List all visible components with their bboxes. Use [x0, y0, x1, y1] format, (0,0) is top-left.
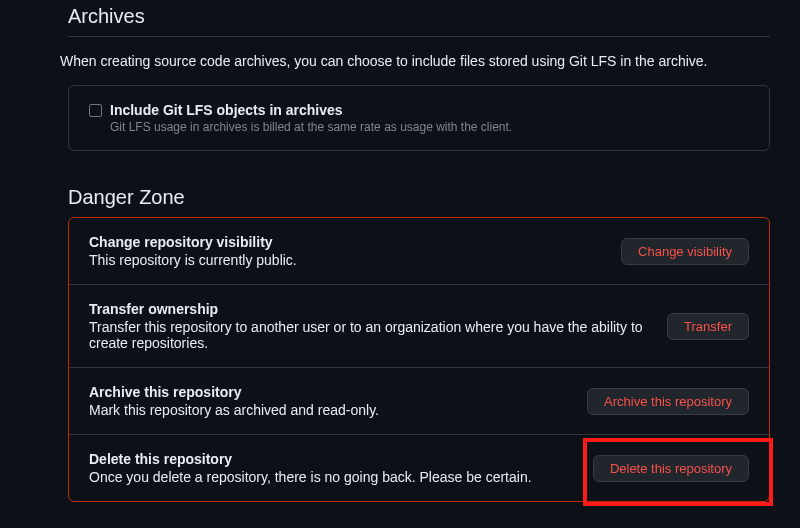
row-title: Archive this repository	[89, 384, 567, 400]
archives-description: When creating source code archives, you …	[60, 53, 770, 69]
row-text: Delete this repository Once you delete a…	[89, 451, 593, 485]
row-text: Transfer ownership Transfer this reposit…	[89, 301, 667, 351]
transfer-ownership-row: Transfer ownership Transfer this reposit…	[69, 285, 769, 368]
lfs-checkbox-desc: Git LFS usage in archives is billed at t…	[110, 120, 749, 134]
row-title: Change repository visibility	[89, 234, 601, 250]
archive-repo-button[interactable]: Archive this repository	[587, 388, 749, 415]
row-title: Delete this repository	[89, 451, 573, 467]
row-desc: Mark this repository as archived and rea…	[89, 402, 567, 418]
delete-repo-button[interactable]: Delete this repository	[593, 455, 749, 482]
danger-zone-box: Change repository visibility This reposi…	[68, 217, 770, 502]
delete-repo-row: Delete this repository Once you delete a…	[69, 435, 769, 501]
danger-zone-section: Danger Zone Change repository visibility…	[30, 181, 770, 502]
transfer-button[interactable]: Transfer	[667, 313, 749, 340]
row-desc: This repository is currently public.	[89, 252, 601, 268]
row-desc: Transfer this repository to another user…	[89, 319, 647, 351]
lfs-checkbox-row: Include Git LFS objects in archives	[89, 102, 749, 118]
row-title: Transfer ownership	[89, 301, 647, 317]
archive-repo-row: Archive this repository Mark this reposi…	[69, 368, 769, 435]
change-visibility-button[interactable]: Change visibility	[621, 238, 749, 265]
row-desc: Once you delete a repository, there is n…	[89, 469, 573, 485]
archives-section: Archives When creating source code archi…	[30, 0, 770, 151]
row-text: Change repository visibility This reposi…	[89, 234, 621, 268]
change-visibility-row: Change repository visibility This reposi…	[69, 218, 769, 285]
lfs-checkbox-label: Include Git LFS objects in archives	[110, 102, 343, 118]
archives-header: Archives	[68, 0, 770, 37]
lfs-checkbox[interactable]	[89, 104, 102, 117]
row-text: Archive this repository Mark this reposi…	[89, 384, 587, 418]
danger-zone-header: Danger Zone	[68, 181, 770, 217]
archives-box: Include Git LFS objects in archives Git …	[68, 85, 770, 151]
